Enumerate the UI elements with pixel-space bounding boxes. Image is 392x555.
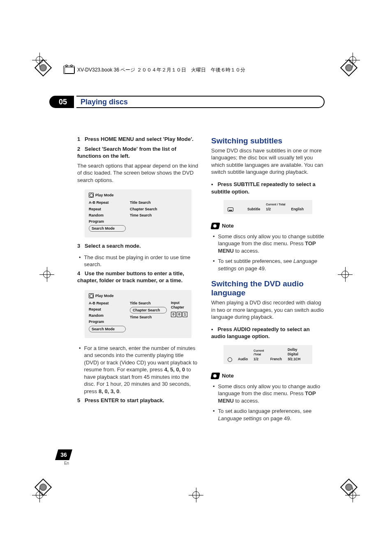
xref: Language settings [218,415,262,421]
osd-item: Random [89,313,126,318]
bullet-dot-icon: • [79,254,81,268]
osd-right-panel: Input Chapter 0 0 1 [171,301,187,332]
step-number: 1 [77,136,80,142]
disc-icon [89,193,94,198]
audio-icon [228,357,232,362]
osd-screenshot: Play Mode A-B Repeat Repeat Random Progr… [85,290,191,338]
step-number: 5 [77,397,80,403]
step: 3 Select a search mode. [77,242,199,250]
chapter-title: Playing discs [81,98,128,106]
bullet: • Some discs only allow you to change au… [213,383,325,405]
step-title: Select 'Search Mode' from the list of fu… [77,146,176,159]
bullet-dot-icon: • [211,181,213,187]
key-sequence: 4, 5, 0, 0 [164,366,185,373]
page-language: En [61,461,72,465]
step: 2 Select 'Search Mode' from the list of … [77,145,199,160]
bullet-text: The disc must be playing in order to use… [84,254,199,268]
osd-screenshot: Play Mode A-B Repeat Repeat Random Progr… [85,189,191,237]
status-ct: 1/2 [266,207,271,211]
bullet: • Some discs only allow you to change su… [213,233,325,255]
osd-item: Repeat [89,207,126,212]
osd-mid-list: Title Search Chapter Search Time Search [130,200,167,232]
status-label: Subtitle [247,207,260,212]
note-icon [210,373,220,379]
step: 4 Use the number buttons to enter a titl… [77,270,199,284]
bullet-text: Some discs only allow you to change audi… [218,383,325,405]
right-column: Switching subtitles Some DVD discs have … [211,136,325,465]
osd-digit: 1 [182,312,187,317]
step-title: Select a search mode. [85,243,141,249]
subtitle-icon [228,207,233,212]
step-number: 4 [77,270,80,276]
registration-mark-icon [39,267,54,282]
step: 5 Press ENTER to start playback. [77,397,199,404]
osd-item: Random [89,213,126,218]
status-ct-label: Current / Total [266,203,285,206]
status-label: Audio [238,357,248,362]
bullet-dot-icon: • [211,326,213,332]
step: • Press SUBTITLE repeatedly to select a … [211,181,325,195]
step-title: Press ENTER to start playback. [85,397,164,403]
note-label: Note [222,222,234,230]
osd-digit: 0 [171,312,176,317]
osd-input-label: Input Chapter [171,301,184,309]
section-heading: Switching subtitles [211,136,325,145]
key-sequence: 8, 0, 3, 0 [99,388,120,394]
osd-left-list: A-B Repeat Repeat Random Program Search … [89,200,126,232]
osd-item: A-B Repeat [89,200,126,205]
note-label: Note [222,372,234,380]
status-ct-label: Current /Total [254,349,265,357]
bullet-dot-icon: • [213,383,215,405]
chapter-header: 05 Playing discs [49,96,325,108]
osd-item-selected: Search Mode [89,326,126,332]
bullet-text: To set subtitle preferences, see Languag… [218,258,325,272]
bullet-dot-icon: • [213,233,215,255]
body-text: The search options that appear depend on… [77,162,199,184]
status-osd: Audio Current /Total1/2 French Dolby Dig… [224,345,312,364]
text-run: to access. [234,248,259,254]
registration-mark-icon [338,267,353,282]
bullet-dot-icon: • [213,258,215,272]
step-title: Use the number buttons to enter a title,… [77,270,184,284]
text-run: on page 49. [262,415,291,421]
body-text: When playing a DVD disc recorded with di… [211,299,325,321]
text-run: to access. [234,398,259,404]
disc-icon [89,293,94,298]
bullet: • To set audio language preferences, see… [213,408,325,422]
step-title: Press AUDIO repeatedly to select an audi… [211,326,310,340]
osd-item: Chapter Search [130,207,167,212]
bullet: •The disc must be playing in order to us… [79,254,199,268]
status-language: English [291,207,304,212]
status-codec: Dolby Digital 3/2.1CH [288,348,308,362]
osd-left-list: A-B Repeat Repeat Random Program Search … [89,301,126,332]
osd-digit-boxes: 0 0 1 [171,312,187,317]
step: • Press AUDIO repeatedly to select an au… [211,326,325,340]
osd-title: Play Mode [95,293,114,298]
page-number: 36 [55,449,72,460]
body-text: Some DVD discs have subtitles in one or … [211,147,325,176]
bullet: • For a time search, enter the number of… [79,345,199,395]
osd-item-selected: Search Mode [89,225,126,232]
osd-digit: 0 [177,312,182,317]
status-osd: Subtitle Current / Total1/2 English [224,200,312,214]
osd-item: Time Search [130,213,167,218]
osd-item: Title Search [130,200,167,205]
section-heading: Switching the DVD audio language [211,279,325,297]
note-icon [210,223,220,229]
bullet-dot-icon: • [213,408,215,422]
chapter-title-frame: Playing discs [76,96,325,108]
chapter-number: 05 [49,96,74,108]
note-heading: Note [211,372,325,380]
step: 1 Press HOME MENU and select 'Play Mode'… [77,136,199,143]
step-number: 2 [77,146,80,152]
osd-title: Play Mode [95,193,114,198]
osd-item-selected: Chapter Search [130,307,167,313]
text-run: To set audio language preferences, see [218,408,312,414]
bullet-text: To set audio language preferences, see L… [218,408,325,422]
step-number: 3 [77,243,80,249]
step-title: Press SUBTITLE repeatedly to select a su… [211,181,316,195]
binder-icon [63,66,75,74]
bullet-dot-icon: • [79,345,81,395]
page: XV-DV323.book 36 ページ ２００４年２月１０日 火曜日 午後６時… [0,0,392,555]
content-columns: 1 Press HOME MENU and select 'Play Mode'… [77,136,325,465]
